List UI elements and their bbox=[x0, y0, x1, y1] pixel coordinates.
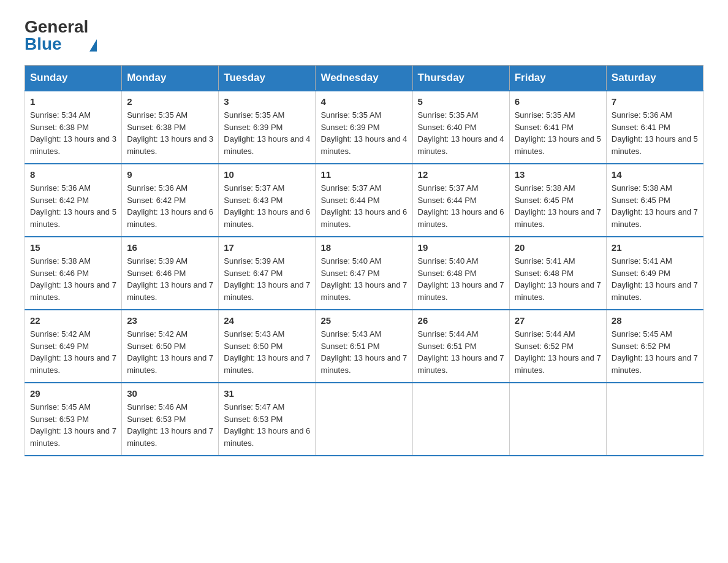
day-info: Sunrise: 5:44 AM Sunset: 6:51 PM Dayligh… bbox=[418, 328, 504, 376]
calendar-cell: 26 Sunrise: 5:44 AM Sunset: 6:51 PM Dayl… bbox=[412, 310, 509, 383]
sunrise-label: Sunrise: 5:38 AM bbox=[515, 183, 575, 193]
day-number: 21 bbox=[612, 242, 698, 253]
daylight-label: Daylight: 13 hours and 6 minutes. bbox=[320, 207, 407, 229]
calendar-cell: 28 Sunrise: 5:45 AM Sunset: 6:52 PM Dayl… bbox=[606, 310, 703, 383]
day-number: 8 bbox=[30, 169, 116, 180]
sunset-label: Sunset: 6:45 PM bbox=[612, 196, 670, 205]
sunset-label: Sunset: 6:53 PM bbox=[30, 415, 89, 424]
daylight-label: Daylight: 13 hours and 7 minutes. bbox=[515, 353, 601, 375]
calendar-cell: 4 Sunrise: 5:35 AM Sunset: 6:39 PM Dayli… bbox=[316, 91, 412, 164]
daylight-label: Daylight: 13 hours and 3 minutes. bbox=[127, 134, 213, 156]
day-number: 11 bbox=[320, 169, 407, 180]
calendar-cell: 19 Sunrise: 5:40 AM Sunset: 6:48 PM Dayl… bbox=[412, 237, 509, 310]
calendar-week-2: 8 Sunrise: 5:36 AM Sunset: 6:42 PM Dayli… bbox=[25, 164, 703, 237]
day-number: 29 bbox=[30, 388, 116, 399]
daylight-label: Daylight: 13 hours and 7 minutes. bbox=[612, 353, 698, 375]
day-info: Sunrise: 5:45 AM Sunset: 6:52 PM Dayligh… bbox=[612, 328, 698, 376]
sunset-label: Sunset: 6:48 PM bbox=[515, 269, 574, 278]
sunset-label: Sunset: 6:51 PM bbox=[320, 342, 379, 351]
sunrise-label: Sunrise: 5:35 AM bbox=[320, 110, 381, 120]
calendar-cell: 13 Sunrise: 5:38 AM Sunset: 6:45 PM Dayl… bbox=[509, 164, 606, 237]
daylight-label: Daylight: 13 hours and 4 minutes. bbox=[320, 134, 407, 156]
day-info: Sunrise: 5:35 AM Sunset: 6:41 PM Dayligh… bbox=[515, 109, 601, 157]
sunrise-label: Sunrise: 5:35 AM bbox=[515, 110, 575, 120]
sunset-label: Sunset: 6:43 PM bbox=[224, 196, 282, 205]
daylight-label: Daylight: 13 hours and 5 minutes. bbox=[515, 134, 601, 156]
day-number: 17 bbox=[224, 242, 310, 253]
sunset-label: Sunset: 6:49 PM bbox=[612, 269, 670, 278]
day-info: Sunrise: 5:42 AM Sunset: 6:50 PM Dayligh… bbox=[127, 328, 213, 376]
calendar-cell: 12 Sunrise: 5:37 AM Sunset: 6:44 PM Dayl… bbox=[412, 164, 509, 237]
sunrise-label: Sunrise: 5:40 AM bbox=[320, 256, 381, 266]
daylight-label: Daylight: 13 hours and 7 minutes. bbox=[418, 353, 504, 375]
day-number: 18 bbox=[320, 242, 407, 253]
sunrise-label: Sunrise: 5:44 AM bbox=[418, 329, 479, 339]
sunrise-label: Sunrise: 5:41 AM bbox=[612, 256, 672, 266]
day-info: Sunrise: 5:43 AM Sunset: 6:50 PM Dayligh… bbox=[224, 328, 310, 376]
sunrise-label: Sunrise: 5:38 AM bbox=[612, 183, 672, 193]
calendar-cell: 24 Sunrise: 5:43 AM Sunset: 6:50 PM Dayl… bbox=[219, 310, 316, 383]
daylight-label: Daylight: 13 hours and 7 minutes. bbox=[30, 353, 116, 375]
day-number: 12 bbox=[418, 169, 504, 180]
sunset-label: Sunset: 6:38 PM bbox=[30, 123, 89, 132]
daylight-label: Daylight: 13 hours and 5 minutes. bbox=[612, 134, 698, 156]
sunrise-label: Sunrise: 5:34 AM bbox=[30, 110, 91, 120]
daylight-label: Daylight: 13 hours and 4 minutes. bbox=[224, 134, 310, 156]
daylight-label: Daylight: 13 hours and 7 minutes. bbox=[30, 280, 116, 302]
daylight-label: Daylight: 13 hours and 6 minutes. bbox=[418, 207, 504, 229]
sunset-label: Sunset: 6:48 PM bbox=[418, 269, 477, 278]
day-info: Sunrise: 5:37 AM Sunset: 6:44 PM Dayligh… bbox=[418, 182, 504, 230]
calendar-header-saturday: Saturday bbox=[606, 66, 703, 91]
day-info: Sunrise: 5:39 AM Sunset: 6:46 PM Dayligh… bbox=[127, 255, 213, 303]
day-number: 4 bbox=[320, 96, 407, 107]
daylight-label: Daylight: 13 hours and 7 minutes. bbox=[127, 426, 213, 448]
day-info: Sunrise: 5:46 AM Sunset: 6:53 PM Dayligh… bbox=[127, 401, 213, 449]
day-info: Sunrise: 5:37 AM Sunset: 6:43 PM Dayligh… bbox=[224, 182, 310, 230]
daylight-label: Daylight: 13 hours and 7 minutes. bbox=[612, 207, 698, 229]
day-number: 7 bbox=[612, 96, 698, 107]
calendar-cell: 11 Sunrise: 5:37 AM Sunset: 6:44 PM Dayl… bbox=[316, 164, 412, 237]
sunset-label: Sunset: 6:40 PM bbox=[418, 123, 477, 132]
sunset-label: Sunset: 6:44 PM bbox=[418, 196, 477, 205]
day-number: 20 bbox=[515, 242, 601, 253]
daylight-label: Daylight: 13 hours and 6 minutes. bbox=[224, 207, 310, 229]
day-info: Sunrise: 5:38 AM Sunset: 6:45 PM Dayligh… bbox=[612, 182, 698, 230]
sunrise-label: Sunrise: 5:45 AM bbox=[30, 402, 91, 412]
daylight-label: Daylight: 13 hours and 7 minutes. bbox=[418, 280, 504, 302]
day-number: 27 bbox=[515, 315, 601, 326]
day-info: Sunrise: 5:39 AM Sunset: 6:47 PM Dayligh… bbox=[224, 255, 310, 303]
calendar-week-4: 22 Sunrise: 5:42 AM Sunset: 6:49 PM Dayl… bbox=[25, 310, 703, 383]
daylight-label: Daylight: 13 hours and 5 minutes. bbox=[30, 207, 116, 229]
sunset-label: Sunset: 6:47 PM bbox=[224, 269, 282, 278]
day-info: Sunrise: 5:43 AM Sunset: 6:51 PM Dayligh… bbox=[320, 328, 407, 376]
sunset-label: Sunset: 6:41 PM bbox=[515, 123, 574, 132]
calendar-cell: 31 Sunrise: 5:47 AM Sunset: 6:53 PM Dayl… bbox=[219, 383, 316, 456]
day-info: Sunrise: 5:34 AM Sunset: 6:38 PM Dayligh… bbox=[30, 109, 116, 157]
sunset-label: Sunset: 6:38 PM bbox=[127, 123, 186, 132]
day-number: 13 bbox=[515, 169, 601, 180]
day-info: Sunrise: 5:36 AM Sunset: 6:42 PM Dayligh… bbox=[30, 182, 116, 230]
sunset-label: Sunset: 6:39 PM bbox=[224, 123, 282, 132]
sunrise-label: Sunrise: 5:39 AM bbox=[224, 256, 284, 266]
day-info: Sunrise: 5:35 AM Sunset: 6:39 PM Dayligh… bbox=[320, 109, 407, 157]
logo: General Blue bbox=[25, 18, 97, 53]
day-info: Sunrise: 5:40 AM Sunset: 6:48 PM Dayligh… bbox=[418, 255, 504, 303]
day-number: 6 bbox=[515, 96, 601, 107]
day-number: 24 bbox=[224, 315, 310, 326]
calendar-cell: 17 Sunrise: 5:39 AM Sunset: 6:47 PM Dayl… bbox=[219, 237, 316, 310]
sunrise-label: Sunrise: 5:42 AM bbox=[30, 329, 91, 339]
day-number: 15 bbox=[30, 242, 116, 253]
calendar-cell: 14 Sunrise: 5:38 AM Sunset: 6:45 PM Dayl… bbox=[606, 164, 703, 237]
calendar-header-friday: Friday bbox=[509, 66, 606, 91]
calendar-cell: 20 Sunrise: 5:41 AM Sunset: 6:48 PM Dayl… bbox=[509, 237, 606, 310]
calendar-cell: 22 Sunrise: 5:42 AM Sunset: 6:49 PM Dayl… bbox=[25, 310, 122, 383]
calendar-cell: 3 Sunrise: 5:35 AM Sunset: 6:39 PM Dayli… bbox=[219, 91, 316, 164]
sunset-label: Sunset: 6:39 PM bbox=[320, 123, 379, 132]
day-number: 28 bbox=[612, 315, 698, 326]
calendar-cell bbox=[412, 383, 509, 456]
sunset-label: Sunset: 6:53 PM bbox=[127, 415, 186, 424]
day-info: Sunrise: 5:45 AM Sunset: 6:53 PM Dayligh… bbox=[30, 401, 116, 449]
sunset-label: Sunset: 6:51 PM bbox=[418, 342, 477, 351]
day-info: Sunrise: 5:41 AM Sunset: 6:49 PM Dayligh… bbox=[612, 255, 698, 303]
day-number: 3 bbox=[224, 96, 310, 107]
